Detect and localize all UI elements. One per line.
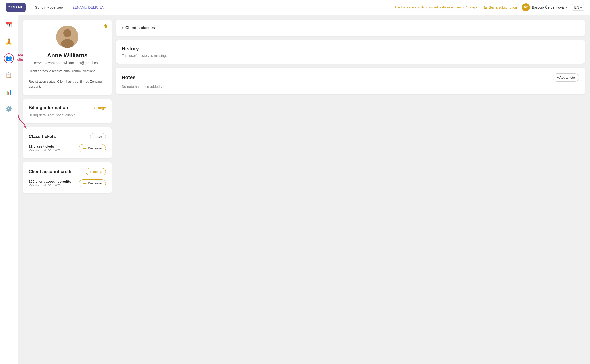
credit-header: Client account credit + Top-up (29, 168, 106, 175)
svg-marker-3 (24, 125, 27, 129)
sidebar: 📅 🧘 1. 👥 2. search for client's name 📋 📊… (0, 15, 18, 364)
decrease-tickets-button[interactable]: — Decrease (79, 144, 106, 152)
user-avatar: BC (522, 3, 530, 11)
chevron-down-icon: ▾ (566, 6, 567, 9)
sidebar-item-clients[interactable]: 👥 2. search for client's name (4, 53, 14, 63)
ticket-info: 11 class tickets Validity until: 4/14/20… (29, 144, 62, 152)
topnav-right: The trial version with unlimited feature… (394, 3, 584, 11)
ticket-validity: Validity until: 4/14/2024 (29, 148, 62, 152)
topnav: ZENAMU | Go to my overview | ZENAMU DEMO… (0, 0, 590, 15)
profile-email: cervenkovab+annewilliamstest@gmail.com (29, 61, 106, 65)
classes-icon: 🧘 (5, 38, 12, 45)
decrease-credit-label: Decrease (88, 182, 102, 185)
sidebar-item-settings[interactable]: ⚙️ (4, 104, 14, 114)
clients-classes-card: ▾ Client's classes (116, 20, 585, 36)
class-tickets-header: Class tickets + Add (29, 133, 106, 140)
billing-card: Billing information Change Billing detai… (23, 99, 112, 123)
avatar (56, 26, 78, 48)
main-layout: 📅 🧘 1. 👥 2. search for client's name 📋 📊… (0, 15, 590, 364)
sidebar-item-notes[interactable]: 📋 (4, 70, 14, 80)
svg-point-1 (63, 29, 71, 37)
nav-divider: | (30, 5, 31, 10)
history-card: History This user's history is missing..… (116, 40, 585, 64)
credit-title: Client account credit (29, 169, 73, 174)
sidebar-item-classes[interactable]: 🧘 1. (4, 37, 14, 46)
classes-header[interactable]: ▾ Client's classes (122, 26, 579, 30)
decrease-credit-button[interactable]: — Decrease (79, 179, 106, 187)
credit-count: 100 client account credits (29, 180, 71, 183)
decrease-label: Decrease (88, 146, 102, 150)
notes-header: Notes + Add a note (122, 73, 579, 82)
credit-info: 100 client account credits Validity unti… (29, 180, 71, 187)
nav-divider2: | (68, 5, 69, 10)
gear-icon: ⚙️ (5, 106, 12, 112)
add-ticket-button[interactable]: + Add (90, 133, 106, 140)
sidebar-item-stats[interactable]: 📊 (4, 87, 14, 97)
buy-subscription-link[interactable]: 🔒 Buy a subscription (483, 5, 517, 9)
class-tickets-card: Class tickets + Add 11 class tickets Val… (23, 127, 112, 158)
credit-row: 100 client account credits Validity unti… (29, 179, 106, 187)
billing-title: Billing information (29, 105, 68, 110)
left-column: 🗑 Anne Williams cervenkovab+annewilliams… (23, 20, 112, 359)
lock-icon: 🔒 (483, 5, 487, 9)
sidebar-item-calendar[interactable]: 📅 (4, 20, 14, 30)
minus-credit-icon: — (83, 182, 86, 185)
profile-name: Anne Williams (29, 52, 106, 59)
add-note-button[interactable]: + Add a note (553, 73, 579, 82)
avatar-container (56, 26, 78, 48)
notes-empty: No note has been added yet. (122, 85, 579, 89)
language-selector[interactable]: EN ▾ (572, 4, 584, 11)
user-name: Barbora Červenková (532, 5, 564, 9)
profile-info: Client agrees to receive email communica… (29, 69, 106, 89)
trial-text: The trial version with unlimited feature… (394, 5, 478, 9)
topup-button[interactable]: + Top-up (86, 168, 106, 175)
credit-validity: Validity until: 4/14/2024 (29, 183, 71, 187)
calendar-icon: 📅 (5, 22, 12, 28)
client-credit-card: Client account credit + Top-up 100 clien… (23, 162, 112, 193)
content-area: 🗑 Anne Williams cervenkovab+annewilliams… (18, 15, 590, 364)
ticket-row: 11 class tickets Validity until: 4/14/20… (29, 144, 106, 152)
billing-change-link[interactable]: Change (94, 106, 106, 110)
chevron-down-icon: ▾ (122, 26, 123, 30)
delete-icon[interactable]: 🗑 (103, 24, 108, 29)
minus-icon: — (83, 146, 86, 150)
demo-name: ZENAMU DEMO EN (73, 5, 104, 9)
billing-unavailable: Billing details are not available (29, 113, 106, 117)
registration-status: Registration status: Client has a confir… (29, 79, 106, 90)
stats-icon: 📊 (5, 89, 12, 95)
class-tickets-title: Class tickets (29, 134, 56, 139)
clients-classes-title: Client's classes (125, 26, 155, 30)
clients-icon: 👥 (5, 55, 12, 62)
billing-step-container: 3. Billing information Change Billing de… (23, 99, 112, 123)
ticket-count: 11 class tickets (29, 144, 62, 148)
lang-label: EN (574, 5, 579, 9)
overview-link[interactable]: Go to my overview (35, 5, 64, 9)
right-column: ▾ Client's classes History This user's h… (116, 20, 585, 359)
buy-sub-label: Buy a subscription (489, 5, 517, 9)
history-title: History (122, 46, 579, 52)
user-info[interactable]: BC Barbora Červenková ▾ (522, 3, 567, 11)
billing-header: Billing information Change (29, 105, 106, 110)
email-consent: Client agrees to receive email communica… (29, 69, 106, 74)
logo: ZENAMU (6, 3, 26, 12)
notes-card: Notes + Add a note No note has been adde… (116, 68, 585, 94)
step3-arrow (18, 110, 30, 131)
svg-point-2 (61, 39, 74, 48)
lang-chevron-icon: ▾ (580, 5, 582, 9)
clipboard-icon: 📋 (5, 72, 12, 78)
profile-card: 🗑 Anne Williams cervenkovab+annewilliams… (23, 20, 112, 95)
history-empty: This user's history is missing... (122, 54, 579, 58)
notes-title: Notes (122, 75, 136, 80)
topnav-left: ZENAMU | Go to my overview | ZENAMU DEMO… (6, 3, 104, 12)
